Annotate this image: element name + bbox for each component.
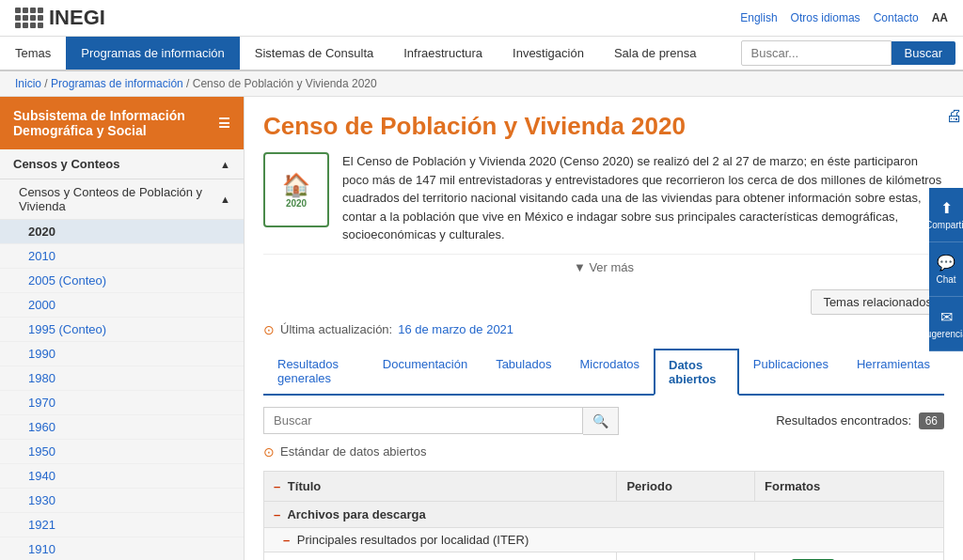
- sidebar-subsection-chevron: ▲: [220, 194, 230, 205]
- nav-item-infraestructura[interactable]: Infraestructura: [388, 37, 497, 70]
- top-links: English Otros idiomas Contacto AA: [740, 11, 948, 24]
- sidebar-year-1930[interactable]: 1930: [0, 489, 244, 513]
- content-search-row: 🔍 Resultados encontrados: 66: [263, 407, 944, 435]
- update-date-link[interactable]: 16 de marzo de 2021: [398, 322, 513, 336]
- sidebar-year-1970[interactable]: 1970: [0, 391, 244, 415]
- description-text: El Censo de Población y Vivienda 2020 (C…: [342, 152, 944, 244]
- sidebar-year-2010[interactable]: 2010: [0, 244, 244, 269]
- nav-search-button[interactable]: Buscar: [892, 41, 955, 65]
- estandar-label: Estándar de datos abiertos: [280, 444, 426, 459]
- sidebar-year-1960[interactable]: 1960: [0, 415, 244, 440]
- temas-relacionados-row: Temas relacionados: [263, 289, 944, 315]
- census-logo: 🏠 2020: [263, 152, 329, 227]
- table-row: Estados Unidos Mexicanos 2020 ℹ ⊙ CSV ↓ …: [264, 552, 944, 560]
- estandar-icon: ⊙: [263, 444, 275, 459]
- tab-herramientas[interactable]: Herramientas: [843, 349, 944, 396]
- breadcrumb-inicio[interactable]: Inicio: [15, 77, 41, 90]
- update-icon: ⊙: [263, 322, 275, 337]
- sidebar-year-1921[interactable]: 1921: [0, 513, 244, 537]
- english-link[interactable]: English: [740, 11, 777, 24]
- compartir-button[interactable]: ⬆ Compartir: [929, 188, 963, 242]
- subsection-header-text: Principales resultados por localidad (IT…: [297, 533, 529, 547]
- update-row: ⊙ Última actualización: 16 de marzo de 2…: [263, 322, 944, 337]
- content-area: 🖨 Censo de Población y Vivienda 2020 🏠 2…: [245, 97, 963, 560]
- row-period-cell: 2020: [617, 552, 755, 560]
- nav-item-investigacion[interactable]: Investigación: [497, 37, 599, 70]
- tab-microdatos[interactable]: Microdatos: [565, 349, 654, 396]
- estandar-row: ⊙ Estándar de datos abiertos: [263, 444, 944, 459]
- sidebar-header-text: Subsistema de Información Demográfica y …: [13, 108, 218, 138]
- sugerencias-label: Sugerencias: [920, 329, 963, 339]
- compartir-icon: ⬆: [940, 199, 953, 217]
- sidebar-section-chevron: ▲: [220, 159, 230, 170]
- compartir-label: Compartir: [925, 220, 963, 230]
- content-search-input[interactable]: [263, 407, 583, 434]
- count-badge: 66: [919, 412, 944, 429]
- col-titulo: – Título: [264, 471, 617, 501]
- sidebar-subsection-poblacion[interactable]: Censos y Conteos de Población y Vivienda…: [0, 179, 244, 220]
- nav-search-input[interactable]: [741, 40, 892, 66]
- breadcrumb-current: Censo de Población y Vivienda 2020: [193, 77, 377, 90]
- sidebar-section-label: Censos y Conteos: [13, 157, 119, 171]
- page-title: Censo de Población y Vivienda 2020: [263, 112, 944, 141]
- chat-button[interactable]: 💬 Chat: [929, 242, 963, 297]
- sugerencias-button[interactable]: ✉ Sugerencias: [929, 297, 963, 351]
- breadcrumb: Inicio / Programas de información / Cens…: [0, 71, 963, 97]
- side-actions: ⬆ Compartir 💬 Chat ✉ Sugerencias: [929, 188, 963, 351]
- content-search-button[interactable]: 🔍: [583, 407, 619, 435]
- nav-item-temas[interactable]: Temas: [0, 37, 66, 70]
- nav-item-sala[interactable]: Sala de prensa: [599, 37, 711, 70]
- logo-grid: [15, 8, 43, 28]
- ver-mas-button[interactable]: ▼ Ver más: [263, 254, 944, 280]
- sidebar-year-1910[interactable]: 1910: [0, 537, 244, 560]
- nav-search-area: Buscar: [734, 37, 963, 70]
- table-section-header: – Archivos para descarga: [264, 501, 944, 527]
- sidebar-year-2005[interactable]: 2005 (Conteo): [0, 269, 244, 293]
- contacto-link[interactable]: Contacto: [874, 11, 919, 24]
- results-count: Resultados encontrados: 66: [776, 413, 944, 428]
- breadcrumb-programas[interactable]: Programas de información: [51, 77, 183, 90]
- top-bar: INEGI English Otros idiomas Contacto AA: [0, 0, 963, 37]
- chat-icon: 💬: [937, 254, 955, 272]
- row-title-cell: Estados Unidos Mexicanos: [264, 552, 617, 560]
- tab-tabulados[interactable]: Tabulados: [482, 349, 565, 396]
- nav-item-sistemas[interactable]: Sistemas de Consulta: [240, 37, 388, 70]
- description-block: 🏠 2020 El Censo de Población y Vivienda …: [263, 152, 944, 244]
- section-header-text: Archivos para descarga: [287, 507, 425, 521]
- sidebar-year-1980[interactable]: 1980: [0, 366, 244, 391]
- font-size-toggle[interactable]: AA: [932, 11, 948, 24]
- sugerencias-icon: ✉: [940, 308, 953, 326]
- ultima-actualizacion-label: Última actualización:: [280, 322, 392, 336]
- table-subsection-header: – Principales resultados por localidad (…: [264, 527, 944, 552]
- data-table: – Título Periodo Formatos – Archivos par…: [263, 471, 944, 561]
- sidebar-year-2020[interactable]: 2020: [0, 220, 244, 244]
- breadcrumb-sep2: /: [186, 77, 193, 90]
- sidebar-menu-icon[interactable]: ☰: [218, 116, 230, 131]
- census-year-label: 2020: [286, 198, 307, 209]
- tab-documentacion[interactable]: Documentación: [369, 349, 482, 396]
- sidebar-year-1940[interactable]: 1940: [0, 464, 244, 489]
- sidebar-subsection-label: Censos y Conteos de Población y Vivienda: [19, 185, 220, 213]
- main-layout: Subsistema de Información Demográfica y …: [0, 97, 963, 560]
- sidebar: Subsistema de Información Demográfica y …: [0, 97, 245, 560]
- logo-area: INEGI: [15, 6, 105, 30]
- logo-text: INEGI: [49, 6, 105, 30]
- sidebar-years: 2020 2010 2005 (Conteo) 2000 1995 (Conte…: [0, 220, 244, 560]
- sidebar-year-1950[interactable]: 1950: [0, 440, 244, 464]
- sidebar-year-1990[interactable]: 1990: [0, 342, 244, 366]
- col-periodo: Periodo: [617, 471, 755, 501]
- sidebar-year-1995[interactable]: 1995 (Conteo): [0, 318, 244, 342]
- nav-item-programas[interactable]: Programas de información: [66, 37, 239, 70]
- tabs-row: Resultados generales Documentación Tabul…: [263, 349, 944, 396]
- tab-datos-abiertos[interactable]: Datos abiertos: [654, 349, 739, 396]
- col-formatos: Formatos: [755, 471, 944, 501]
- sidebar-header: Subsistema de Información Demográfica y …: [0, 97, 244, 149]
- sidebar-section-censos[interactable]: Censos y Conteos ▲: [0, 149, 244, 179]
- tab-resultados[interactable]: Resultados generales: [263, 349, 369, 396]
- temas-relacionados-button[interactable]: Temas relacionados: [811, 289, 944, 315]
- nav-bar: Temas Programas de información Sistemas …: [0, 37, 963, 71]
- print-button[interactable]: 🖨: [946, 106, 963, 126]
- sidebar-year-2000[interactable]: 2000: [0, 293, 244, 318]
- otros-idiomas-link[interactable]: Otros idiomas: [791, 11, 860, 24]
- tab-publicaciones[interactable]: Publicaciones: [739, 349, 843, 396]
